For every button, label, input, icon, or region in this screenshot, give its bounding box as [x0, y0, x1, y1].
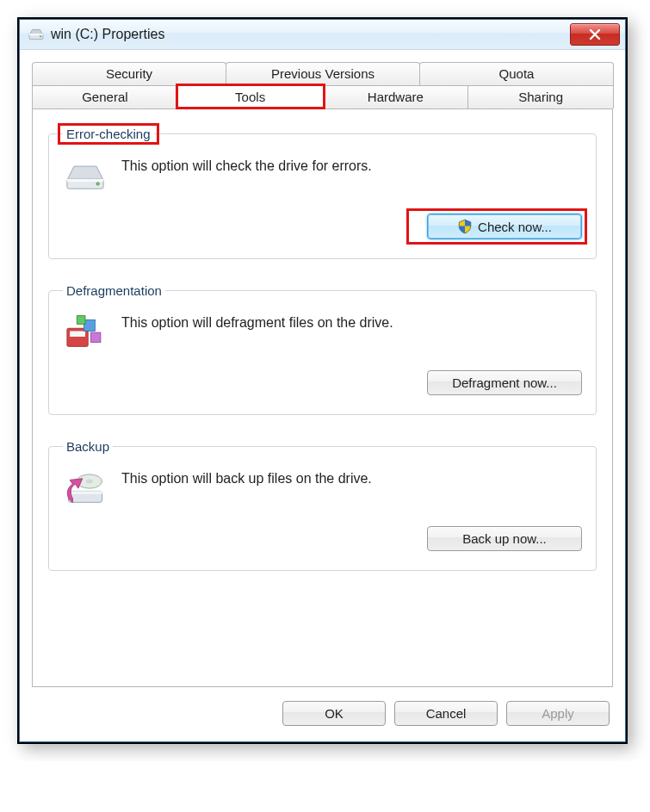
tab-previous-versions[interactable]: Previous Versions: [226, 62, 420, 85]
defragment-now-button[interactable]: Defragment now...: [427, 370, 582, 395]
window-titlebar: win (C:) Properties: [20, 20, 625, 50]
backup-now-button[interactable]: Back up now...: [427, 526, 582, 551]
apply-button[interactable]: Apply: [506, 701, 610, 726]
backup-description: This option will back up files on the dr…: [121, 469, 582, 487]
dialog-footer: OK Cancel Apply: [32, 687, 613, 726]
screenshot-frame: win (C:) Properties Security Previous Ve…: [17, 17, 628, 744]
error-checking-description: This option will check the drive for err…: [121, 157, 582, 174]
tab-security[interactable]: Security: [32, 62, 226, 85]
backup-now-label: Back up now...: [462, 531, 547, 546]
svg-rect-10: [91, 332, 101, 342]
svg-rect-1: [29, 34, 43, 35]
legend-defragmentation: Defragmentation: [63, 283, 165, 298]
legend-backup: Backup: [63, 439, 113, 454]
tab-general[interactable]: General: [32, 85, 178, 108]
backup-icon: [63, 469, 108, 507]
defrag-icon: [63, 313, 108, 351]
svg-rect-14: [69, 491, 102, 493]
svg-point-5: [96, 182, 100, 185]
close-button[interactable]: [570, 23, 620, 46]
close-icon: [588, 28, 602, 41]
window-title: win (C:) Properties: [51, 27, 570, 42]
client-area: Security Previous Versions Quota General…: [20, 50, 625, 741]
hard-drive-icon: [63, 157, 108, 195]
tab-tools-label: Tools: [235, 90, 265, 104]
uac-shield-icon: [457, 219, 473, 234]
svg-point-2: [40, 35, 41, 37]
defragmentation-description: This option will defragment files on the…: [121, 313, 582, 331]
group-backup: Backup This op: [48, 439, 597, 571]
svg-rect-9: [77, 316, 85, 325]
svg-rect-4: [67, 178, 103, 181]
defragment-now-label: Defragment now...: [452, 375, 557, 390]
tab-tools[interactable]: Tools: [177, 85, 324, 109]
legend-error-checking: Error-checking: [63, 127, 154, 141]
svg-rect-7: [70, 331, 85, 337]
tab-quota[interactable]: Quota: [419, 62, 614, 85]
tab-sharing[interactable]: Sharing: [467, 85, 614, 108]
check-now-label: Check now...: [478, 220, 552, 234]
check-now-button[interactable]: Check now...: [427, 214, 582, 239]
cancel-button[interactable]: Cancel: [394, 701, 498, 726]
group-error-checking: Error-checking: [48, 127, 597, 259]
drive-icon: [28, 27, 44, 42]
group-defragmentation: Defragmentation: [48, 283, 597, 415]
tab-hardware[interactable]: Hardware: [323, 85, 469, 108]
ok-button[interactable]: OK: [282, 701, 386, 726]
tab-body-tools: Error-checking: [32, 108, 613, 687]
properties-window: win (C:) Properties Security Previous Ve…: [19, 19, 626, 742]
svg-point-12: [86, 479, 93, 483]
tab-strip: Security Previous Versions Quota General…: [32, 62, 613, 687]
